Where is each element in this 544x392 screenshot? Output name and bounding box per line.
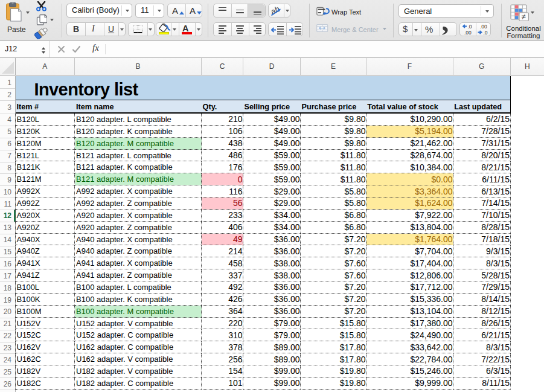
svg-text:.00: .00 bbox=[464, 30, 472, 36]
svg-text:.00: .00 bbox=[480, 24, 487, 30]
svg-text:≠: ≠ bbox=[522, 12, 526, 21]
svg-text:.0: .0 bbox=[468, 24, 472, 30]
svg-text:.0: .0 bbox=[484, 30, 488, 36]
